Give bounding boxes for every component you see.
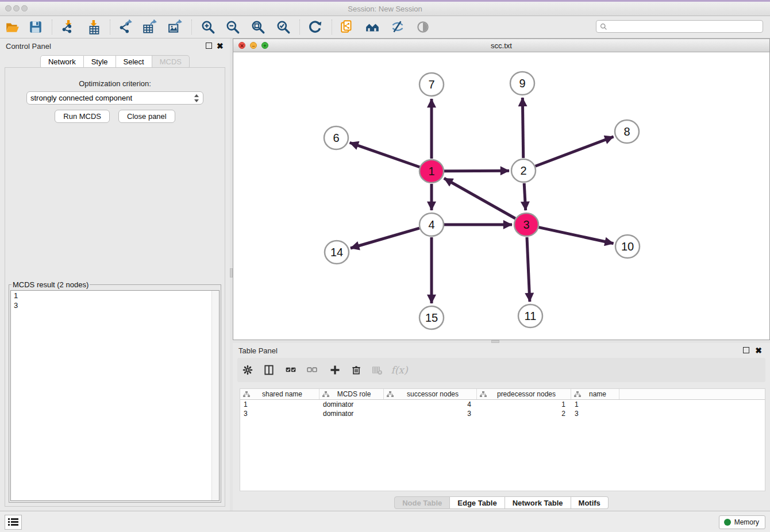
table-cell[interactable]: 2	[477, 409, 571, 418]
edge-2-9[interactable]	[522, 98, 523, 158]
tab-select[interactable]: Select	[116, 55, 152, 68]
edge-4-14[interactable]	[351, 228, 419, 248]
add-column-button[interactable]	[326, 363, 344, 377]
graph-node-1[interactable]: 1	[419, 160, 444, 183]
function-builder-button: f(x)	[391, 363, 408, 377]
close-panel-icon[interactable]: ✖	[755, 347, 762, 354]
edge-3-1[interactable]	[444, 178, 515, 218]
svg-text:4: 4	[428, 218, 434, 231]
tab-style[interactable]: Style	[84, 55, 116, 68]
table-cell[interactable]: 4	[384, 400, 477, 409]
result-item[interactable]: 3	[11, 300, 219, 310]
table-settings-button[interactable]	[239, 363, 256, 377]
criterion-select[interactable]: strongly connected component	[26, 91, 203, 105]
tab-network[interactable]: Network	[40, 55, 84, 68]
column-header-MCDS-role[interactable]: MCDS role	[319, 389, 384, 399]
refresh-layout-icon	[308, 20, 323, 34]
hide-graphics-button[interactable]	[387, 18, 408, 36]
list-icon	[7, 518, 19, 527]
zoom-in-icon	[201, 20, 215, 34]
graph-node-14[interactable]: 14	[325, 241, 349, 264]
close-panel-button[interactable]: Close panel	[118, 110, 175, 123]
column-header-name[interactable]: name	[571, 389, 619, 399]
delete-column-button[interactable]	[348, 363, 365, 377]
import-network-button[interactable]	[57, 18, 78, 36]
close-panel-icon[interactable]: ✖	[217, 43, 224, 49]
column-label: shared name	[250, 390, 319, 398]
column-layout-button[interactable]	[260, 363, 278, 377]
task-history-button[interactable]	[5, 515, 22, 530]
table-row[interactable]: 1dominator411	[240, 400, 765, 409]
table-cell[interactable]: 3	[240, 409, 319, 418]
clone-network-button[interactable]	[337, 18, 357, 36]
column-hierarchy-icon	[387, 391, 394, 398]
column-header-shared-name[interactable]: shared name	[240, 389, 319, 399]
node-table[interactable]: shared nameMCDS rolesuccessor nodesprede…	[240, 388, 765, 491]
tab-network-table[interactable]: Network Table	[505, 496, 571, 509]
graph-node-11[interactable]: 11	[518, 304, 542, 327]
import-table-button[interactable]	[84, 18, 105, 36]
graph-node-4[interactable]: 4	[419, 213, 444, 236]
deselect-all-columns-button[interactable]	[303, 363, 321, 377]
export-table-icon	[143, 20, 157, 34]
export-network-icon	[118, 20, 133, 34]
show-graphics-button[interactable]	[413, 18, 433, 36]
export-network-button[interactable]	[115, 18, 136, 36]
save-session-button[interactable]	[25, 18, 46, 36]
control-panel-tabs: NetworkStyleSelectMCDS	[0, 55, 230, 68]
column-header-predecessor-nodes[interactable]: predecessor nodes	[477, 389, 571, 399]
tab-edge-table[interactable]: Edge Table	[450, 496, 505, 509]
svg-text:10: 10	[621, 240, 634, 253]
tab-mcds[interactable]: MCDS	[152, 55, 190, 68]
first-neighbors-button[interactable]	[362, 18, 383, 36]
edge-1-2[interactable]	[444, 171, 509, 171]
graph-node-15[interactable]: 15	[419, 306, 444, 329]
edge-3-10[interactable]	[539, 228, 614, 244]
refresh-layout-button[interactable]	[305, 18, 326, 36]
zoom-fit-icon	[251, 20, 265, 34]
graph-node-10[interactable]: 10	[615, 235, 640, 258]
control-panel-title: Control Panel	[6, 42, 51, 51]
select-all-columns-button[interactable]	[282, 363, 299, 377]
edge-1-6[interactable]	[350, 142, 420, 167]
export-table-button[interactable]	[140, 18, 160, 36]
graph-node-3[interactable]: 3	[514, 213, 538, 236]
network-canvas[interactable]: 7968124314101511	[233, 52, 769, 340]
column-header-successor-nodes[interactable]: successor nodes	[384, 389, 477, 399]
table-cell[interactable]: 3	[571, 409, 619, 418]
search-input[interactable]	[610, 22, 759, 30]
mcds-result-fieldset: MCDS result (2 nodes) 13	[9, 280, 221, 503]
open-session-button[interactable]	[2, 18, 23, 36]
float-panel-icon[interactable]	[743, 347, 749, 353]
run-mcds-button[interactable]: Run MCDS	[55, 110, 110, 123]
mcds-result-list[interactable]: 13	[10, 290, 220, 501]
table-cell[interactable]: 1	[477, 400, 571, 409]
result-item[interactable]: 1	[11, 291, 219, 300]
graph-node-7[interactable]: 7	[419, 73, 444, 96]
search-box[interactable]	[596, 20, 763, 33]
float-panel-icon[interactable]	[206, 43, 212, 49]
zoom-selected-button[interactable]	[273, 18, 294, 36]
table-row[interactable]: 3dominator323	[240, 409, 765, 418]
tab-node-table[interactable]: Node Table	[394, 496, 450, 509]
select-all-columns-icon	[285, 364, 297, 376]
table-cell[interactable]: 1	[571, 400, 619, 409]
edge-3-11[interactable]	[527, 237, 530, 302]
table-cell[interactable]: 1	[240, 400, 319, 409]
table-cell[interactable]: 3	[384, 409, 477, 418]
table-cell[interactable]: dominator	[319, 400, 384, 409]
export-image-button[interactable]	[165, 18, 186, 36]
graph-node-8[interactable]: 8	[615, 120, 639, 143]
zoom-fit-button[interactable]	[248, 18, 268, 36]
graph-node-9[interactable]: 9	[510, 72, 534, 95]
zoom-in-button[interactable]	[198, 18, 218, 36]
tab-motifs[interactable]: Motifs	[571, 496, 609, 509]
memory-button[interactable]: Memory	[719, 515, 765, 529]
graph-node-6[interactable]: 6	[324, 126, 348, 149]
edge-2-8[interactable]	[536, 137, 614, 166]
result-scrollbar[interactable]	[211, 291, 219, 500]
table-cell[interactable]: dominator	[319, 409, 384, 418]
edge-2-3[interactable]	[524, 183, 526, 210]
zoom-out-button[interactable]	[222, 18, 243, 36]
graph-node-2[interactable]: 2	[511, 159, 536, 182]
